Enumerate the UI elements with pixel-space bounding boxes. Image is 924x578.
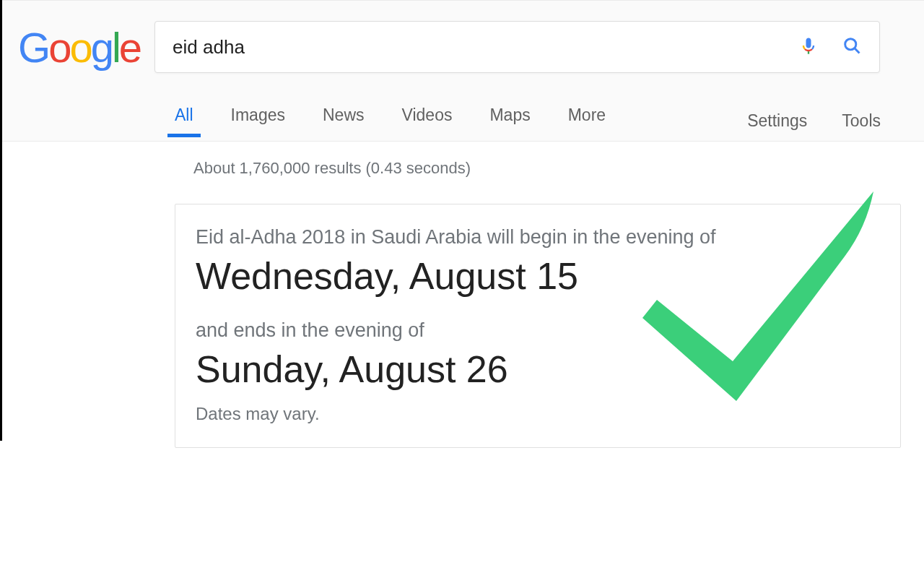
- header-area: Google: [0, 0, 924, 142]
- left-edge-decoration: [0, 0, 2, 441]
- google-logo[interactable]: Google: [18, 23, 140, 72]
- logo-letter-o1: o: [48, 24, 69, 71]
- tab-news[interactable]: News: [323, 105, 365, 137]
- tools-link[interactable]: Tools: [842, 111, 881, 131]
- card-intro-line: Eid al-Adha 2018 in Saudi Arabia will be…: [196, 226, 880, 249]
- logo-letter-g1: G: [18, 24, 48, 71]
- svg-point-0: [845, 39, 856, 50]
- results-stats: About 1,760,000 results (0.43 seconds): [0, 159, 924, 178]
- top-row: Google: [0, 21, 924, 73]
- nav-row: All Images News Videos Maps More Setting…: [0, 100, 924, 141]
- search-box: [154, 21, 880, 73]
- logo-letter-e: e: [119, 24, 140, 71]
- logo-letter-l: l: [112, 24, 119, 71]
- svg-line-1: [855, 48, 859, 53]
- microphone-icon[interactable]: [798, 35, 819, 59]
- card-end-date: Sunday, August 26: [196, 348, 880, 391]
- tab-images[interactable]: Images: [231, 105, 285, 137]
- search-icons: [798, 35, 862, 59]
- search-icon[interactable]: [842, 35, 862, 59]
- nav-tabs: All Images News Videos Maps More: [175, 105, 606, 137]
- tab-videos[interactable]: Videos: [402, 105, 453, 137]
- logo-letter-o2: o: [69, 24, 90, 71]
- card-mid-line: and ends in the evening of: [196, 319, 880, 342]
- logo-letter-g2: g: [91, 24, 112, 71]
- tab-maps[interactable]: Maps: [489, 105, 530, 137]
- settings-link[interactable]: Settings: [747, 111, 807, 131]
- card-start-date: Wednesday, August 15: [196, 254, 880, 298]
- tab-all[interactable]: All: [175, 105, 193, 137]
- tab-more[interactable]: More: [568, 105, 606, 137]
- answer-card: Eid al-Adha 2018 in Saudi Arabia will be…: [175, 204, 901, 448]
- nav-right: Settings Tools: [747, 111, 881, 131]
- card-note: Dates may vary.: [196, 404, 880, 424]
- search-input[interactable]: [173, 36, 798, 59]
